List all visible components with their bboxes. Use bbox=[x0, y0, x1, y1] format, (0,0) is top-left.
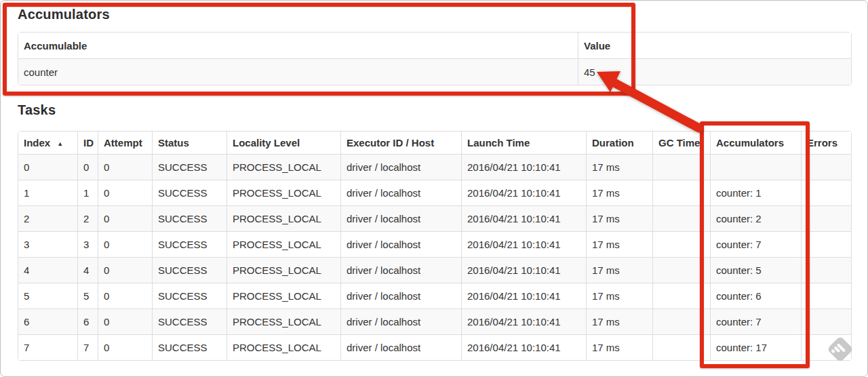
cell-accumulable-value: 45 bbox=[578, 58, 851, 85]
cell-attempt: 0 bbox=[98, 180, 152, 205]
cell-attempt: 0 bbox=[98, 309, 152, 334]
cell-launch-time: 2016/04/21 10:10:41 bbox=[461, 283, 586, 309]
cell-executor-id-host: driver / localhost bbox=[340, 154, 461, 180]
cell-gc-time bbox=[652, 231, 710, 257]
col-header-index[interactable]: Index▲ bbox=[18, 132, 77, 154]
cell-accumulators: counter: 6 bbox=[710, 283, 801, 309]
cell-attempt: 0 bbox=[98, 154, 152, 180]
accumulators-header-row: Accumulable Value bbox=[18, 33, 851, 58]
cell-launch-time: 2016/04/21 10:10:41 bbox=[461, 180, 586, 205]
cell-index: 5 bbox=[18, 283, 77, 309]
cell-id: 5 bbox=[77, 283, 98, 309]
cell-executor-id-host: driver / localhost bbox=[340, 231, 461, 257]
cell-id: 1 bbox=[77, 180, 98, 205]
col-header-value: Value bbox=[578, 33, 851, 58]
task-row: 330SUCCESSPROCESS_LOCALdriver / localhos… bbox=[18, 231, 851, 257]
cell-gc-time bbox=[652, 309, 710, 334]
cell-launch-time: 2016/04/21 10:10:41 bbox=[461, 334, 586, 360]
cell-accumulators: counter: 7 bbox=[710, 231, 801, 257]
cell-locality-level: PROCESS_LOCAL bbox=[226, 334, 340, 360]
task-row: 660SUCCESSPROCESS_LOCALdriver / localhos… bbox=[18, 309, 851, 334]
col-header-launch-time[interactable]: Launch Time bbox=[461, 132, 586, 154]
cell-gc-time bbox=[652, 334, 710, 360]
cell-id: 4 bbox=[77, 257, 98, 283]
cell-status: SUCCESS bbox=[152, 231, 226, 257]
cell-gc-time bbox=[652, 180, 710, 205]
cell-executor-id-host: driver / localhost bbox=[340, 180, 461, 205]
cell-launch-time: 2016/04/21 10:10:41 bbox=[461, 154, 586, 180]
spark-ui-accumulators-page: Accumulators Accumulable Value counter 4… bbox=[0, 0, 868, 377]
cell-errors bbox=[801, 180, 851, 205]
cell-launch-time: 2016/04/21 10:10:41 bbox=[461, 231, 586, 257]
col-header-accumulable: Accumulable bbox=[18, 33, 578, 58]
cell-errors bbox=[801, 231, 851, 257]
cell-status: SUCCESS bbox=[152, 205, 226, 231]
cell-accumulators: counter: 17 bbox=[710, 334, 801, 360]
cell-index: 3 bbox=[18, 231, 77, 257]
cell-index: 7 bbox=[18, 334, 77, 360]
cell-locality-level: PROCESS_LOCAL bbox=[226, 205, 340, 231]
cell-index: 4 bbox=[18, 257, 77, 283]
cell-index: 1 bbox=[18, 180, 77, 205]
cell-accumulators bbox=[710, 154, 801, 180]
cell-accumulators: counter: 5 bbox=[710, 257, 801, 283]
cell-gc-time bbox=[652, 205, 710, 231]
cell-accumulators: counter: 2 bbox=[710, 205, 801, 231]
cell-executor-id-host: driver / localhost bbox=[340, 309, 461, 334]
accumulators-section-title: Accumulators bbox=[18, 7, 110, 22]
sort-ascending-icon: ▲ bbox=[57, 140, 63, 147]
cell-duration: 17 ms bbox=[586, 231, 652, 257]
task-row: 000SUCCESSPROCESS_LOCALdriver / localhos… bbox=[18, 154, 851, 180]
cell-attempt: 0 bbox=[98, 283, 152, 309]
cell-executor-id-host: driver / localhost bbox=[340, 283, 461, 309]
col-header-duration[interactable]: Duration bbox=[586, 132, 652, 154]
col-header-status[interactable]: Status bbox=[152, 132, 226, 154]
cell-id: 2 bbox=[77, 205, 98, 231]
cell-attempt: 0 bbox=[98, 334, 152, 360]
cell-status: SUCCESS bbox=[152, 257, 226, 283]
col-header-id[interactable]: ID bbox=[77, 132, 98, 154]
task-row: 770SUCCESSPROCESS_LOCALdriver / localhos… bbox=[18, 334, 851, 360]
cell-status: SUCCESS bbox=[152, 180, 226, 205]
cell-attempt: 0 bbox=[98, 257, 152, 283]
cell-status: SUCCESS bbox=[152, 154, 226, 180]
cell-executor-id-host: driver / localhost bbox=[340, 205, 461, 231]
cell-id: 6 bbox=[77, 309, 98, 334]
cell-errors bbox=[801, 154, 851, 180]
col-header-locality-level[interactable]: Locality Level bbox=[226, 132, 340, 154]
tasks-section-title: Tasks bbox=[18, 102, 56, 118]
accumulators-table: Accumulable Value counter 45 bbox=[18, 32, 852, 85]
cell-attempt: 0 bbox=[98, 231, 152, 257]
cell-errors bbox=[801, 309, 851, 334]
cell-duration: 17 ms bbox=[586, 334, 652, 360]
cell-duration: 17 ms bbox=[586, 283, 652, 309]
cell-errors bbox=[801, 334, 851, 360]
col-header-index-label: Index bbox=[24, 137, 50, 148]
col-header-gc-time[interactable]: GC Time bbox=[652, 132, 710, 154]
cell-errors bbox=[801, 257, 851, 283]
col-header-attempt[interactable]: Attempt bbox=[98, 132, 152, 154]
cell-duration: 17 ms bbox=[586, 309, 652, 334]
cell-index: 2 bbox=[18, 205, 77, 231]
cell-status: SUCCESS bbox=[152, 334, 226, 360]
cell-gc-time bbox=[652, 154, 710, 180]
col-header-accumulators[interactable]: Accumulators bbox=[710, 132, 801, 154]
col-header-errors[interactable]: Errors bbox=[801, 132, 851, 154]
task-row: 110SUCCESSPROCESS_LOCALdriver / localhos… bbox=[18, 180, 851, 205]
col-header-executor-id-host[interactable]: Executor ID / Host bbox=[340, 132, 461, 154]
cell-duration: 17 ms bbox=[586, 257, 652, 283]
cell-gc-time bbox=[652, 283, 710, 309]
cell-index: 6 bbox=[18, 309, 77, 334]
tasks-table: Index▲ ID Attempt Status Locality Level … bbox=[18, 131, 852, 361]
cell-locality-level: PROCESS_LOCAL bbox=[226, 257, 340, 283]
cell-launch-time: 2016/04/21 10:10:41 bbox=[461, 257, 586, 283]
accumulator-row: counter 45 bbox=[18, 58, 851, 85]
cell-accumulable-name: counter bbox=[18, 58, 578, 85]
cell-accumulators: counter: 1 bbox=[710, 180, 801, 205]
cell-launch-time: 2016/04/21 10:10:41 bbox=[461, 309, 586, 334]
cell-errors bbox=[801, 283, 851, 309]
cell-errors bbox=[801, 205, 851, 231]
cell-status: SUCCESS bbox=[152, 283, 226, 309]
cell-locality-level: PROCESS_LOCAL bbox=[226, 154, 340, 180]
cell-index: 0 bbox=[18, 154, 77, 180]
